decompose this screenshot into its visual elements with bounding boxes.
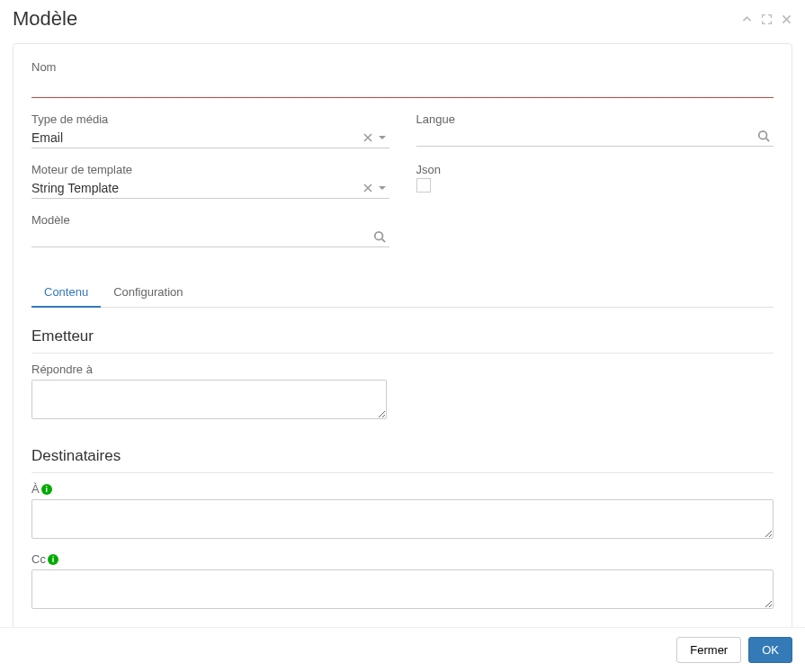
clear-icon[interactable] bbox=[362, 183, 373, 193]
field-language: Langue bbox=[416, 112, 774, 147]
model-label: Modèle bbox=[31, 213, 389, 227]
tab-content[interactable]: Contenu bbox=[31, 278, 101, 308]
field-json: Json bbox=[416, 163, 774, 193]
reply-to-textarea[interactable] bbox=[31, 380, 387, 419]
name-input[interactable] bbox=[31, 76, 774, 98]
json-label: Json bbox=[416, 163, 774, 176]
engine-value: String Template bbox=[31, 178, 362, 198]
name-label: Nom bbox=[31, 60, 774, 74]
cc-label: Cc i bbox=[31, 552, 774, 566]
to-label: À i bbox=[31, 482, 774, 496]
recipients-title: Destinataires bbox=[31, 442, 774, 473]
field-engine: Moteur de template String Template bbox=[31, 163, 389, 199]
reply-to-label: Répondre à bbox=[31, 363, 774, 376]
close-button[interactable]: Fermer bbox=[676, 637, 741, 663]
modal-title: Modèle bbox=[13, 7, 77, 31]
media-type-label: Type de média bbox=[31, 112, 389, 126]
info-icon[interactable]: i bbox=[41, 484, 52, 495]
chevron-down-icon[interactable] bbox=[377, 132, 388, 143]
section-emitter: Emetteur Répondre à bbox=[31, 322, 774, 422]
emitter-title: Emetteur bbox=[31, 322, 774, 354]
search-icon[interactable] bbox=[373, 230, 389, 246]
json-checkbox[interactable] bbox=[416, 178, 431, 193]
field-model: Modèle bbox=[31, 213, 389, 247]
to-textarea[interactable] bbox=[31, 499, 774, 539]
field-media-type: Type de média Email bbox=[31, 112, 389, 148]
ok-button[interactable]: OK bbox=[748, 637, 792, 663]
modal-footer: Fermer OK bbox=[0, 627, 805, 672]
modal-body: Nom Type de média Email bbox=[0, 36, 805, 627]
collapse-icon[interactable] bbox=[740, 13, 753, 25]
language-search[interactable] bbox=[416, 128, 774, 147]
cc-textarea[interactable] bbox=[31, 569, 774, 609]
tabs: Contenu Configuration bbox=[31, 278, 774, 308]
engine-label: Moteur de template bbox=[31, 163, 389, 176]
model-search[interactable] bbox=[31, 228, 389, 247]
engine-select[interactable]: String Template bbox=[31, 178, 389, 199]
modal-header: Modèle bbox=[0, 0, 805, 36]
modal-window-controls bbox=[740, 13, 792, 25]
expand-icon[interactable] bbox=[760, 13, 773, 25]
clear-icon[interactable] bbox=[362, 132, 373, 143]
chevron-down-icon[interactable] bbox=[377, 183, 388, 193]
info-icon[interactable]: i bbox=[48, 554, 58, 565]
close-icon[interactable] bbox=[780, 13, 792, 25]
section-recipients: Destinataires À i Cc i bbox=[31, 442, 774, 612]
search-icon[interactable] bbox=[757, 130, 774, 145]
language-value bbox=[416, 128, 758, 146]
media-type-value: Email bbox=[31, 128, 362, 148]
model-value bbox=[31, 228, 373, 246]
language-label: Langue bbox=[416, 112, 774, 126]
media-type-select[interactable]: Email bbox=[31, 128, 389, 148]
modal-dialog: Modèle Nom Type de médi bbox=[0, 0, 805, 672]
svg-point-1 bbox=[374, 231, 382, 239]
field-name: Nom bbox=[31, 60, 774, 98]
svg-point-0 bbox=[759, 130, 767, 139]
form-card: Nom Type de média Email bbox=[13, 43, 792, 627]
tab-configuration[interactable]: Configuration bbox=[101, 278, 195, 308]
